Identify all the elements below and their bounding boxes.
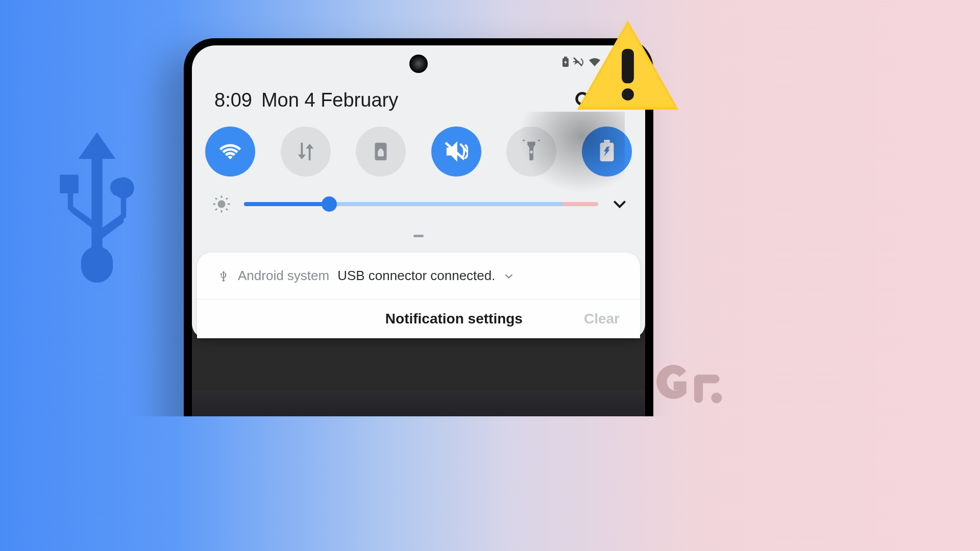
front-camera: [409, 55, 428, 73]
toggle-flashlight[interactable]: [506, 127, 556, 177]
wifi-icon: [218, 140, 242, 163]
clear-button[interactable]: Clear: [584, 311, 620, 327]
clock-time: 8:09: [214, 89, 252, 111]
battery-recycle-icon: [595, 140, 619, 163]
svg-point-25: [622, 88, 634, 101]
notifications-panel: Android system USB connector connected. …: [197, 253, 640, 338]
usb-icon: [217, 270, 230, 282]
usb-background-icon: [31, 128, 163, 291]
notification-actions: Notification settings Clear: [197, 299, 640, 338]
rotation-lock-icon: [369, 140, 393, 163]
svg-rect-24: [622, 49, 634, 84]
brightness-slider-thumb[interactable]: [322, 196, 337, 212]
gt-logo: [649, 355, 728, 409]
svg-rect-5: [564, 57, 567, 58]
notification-message: USB connector connected.: [337, 268, 495, 284]
home-background: [192, 390, 645, 416]
warning-icon: [577, 20, 679, 110]
svg-line-21: [226, 209, 228, 210]
notification-settings-button[interactable]: Notification settings: [385, 311, 523, 327]
notification-source: Android system: [238, 268, 329, 284]
brightness-expand-button[interactable]: [611, 196, 628, 212]
svg-line-23: [226, 198, 228, 199]
vibrate-icon: [445, 140, 468, 163]
svg-rect-3: [92, 156, 103, 254]
toggle-mobile-data[interactable]: [281, 127, 331, 177]
svg-rect-14: [604, 140, 610, 143]
svg-rect-27: [694, 374, 720, 383]
brightness-icon: [212, 195, 231, 213]
svg-line-22: [215, 209, 217, 210]
battery-saving-status-icon: [561, 57, 570, 68]
toggle-rotation-lock[interactable]: [356, 127, 406, 177]
brightness-row: [192, 186, 645, 220]
quick-toggles-row: [192, 122, 645, 186]
clock-date: Mon 4 February: [261, 89, 565, 111]
data-arrows-icon: [294, 140, 317, 163]
svg-point-15: [218, 201, 226, 208]
chevron-down-icon: [611, 196, 628, 212]
svg-rect-1: [60, 174, 78, 193]
toggle-wifi[interactable]: [205, 127, 255, 177]
notification-expand[interactable]: [503, 270, 514, 282]
toggle-battery-saver[interactable]: [582, 127, 632, 177]
chevron-down-icon: [503, 270, 514, 282]
flashlight-icon: [520, 140, 543, 163]
svg-point-28: [711, 393, 722, 404]
shade-drag-handle[interactable]: [413, 235, 424, 237]
svg-line-20: [215, 198, 217, 199]
toggle-sound-vibrate[interactable]: [431, 127, 481, 177]
brightness-slider[interactable]: [244, 198, 598, 210]
notification-item[interactable]: Android system USB connector connected.: [197, 253, 640, 299]
